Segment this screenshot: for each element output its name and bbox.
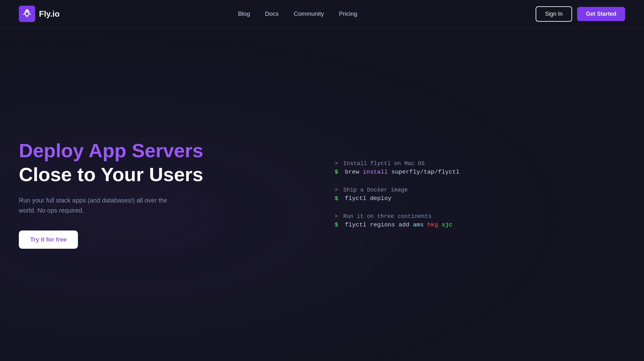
hero-left: Deploy App Servers Close to Your Users R… bbox=[19, 140, 322, 249]
logo[interactable]: Fly.io bbox=[19, 6, 60, 22]
terminal-comment-deploy: > Ship a Docker image bbox=[335, 187, 625, 193]
hero-right: > Install flyctl on Mac OS $ brew instal… bbox=[322, 160, 625, 228]
region-ams: ams bbox=[413, 221, 423, 228]
terminal-block: > Install flyctl on Mac OS $ brew instal… bbox=[335, 160, 625, 228]
arrow-icon-1: > bbox=[335, 160, 338, 167]
terminal-comment-regions: > Run it on three continents bbox=[335, 213, 625, 219]
nav-blog[interactable]: Blog bbox=[238, 10, 250, 17]
terminal-command-deploy: $ flyctl deploy bbox=[335, 195, 625, 202]
terminal-item-install: > Install flyctl on Mac OS $ brew instal… bbox=[335, 160, 625, 175]
hero-section: Deploy App Servers Close to Your Users R… bbox=[0, 28, 644, 361]
hero-title-white: Close to Your Users bbox=[19, 164, 303, 185]
arrow-icon-3: > bbox=[335, 213, 338, 219]
deploy-text: flyctl deploy bbox=[345, 195, 391, 202]
svg-point-1 bbox=[25, 12, 29, 15]
terminal-item-regions: > Run it on three continents $ flyctl re… bbox=[335, 213, 625, 228]
try-free-button[interactable]: Try it for free bbox=[19, 230, 78, 249]
fly-logo-icon bbox=[19, 6, 35, 22]
terminal-command-install: $ brew install superfly/tap/flyctl bbox=[335, 169, 625, 175]
nav-links: Blog Docs Community Pricing bbox=[238, 10, 357, 17]
region-sjc: sjc bbox=[438, 221, 452, 228]
hero-description: Run your full stack apps (and databases!… bbox=[19, 195, 182, 215]
dollar-sign-3: $ bbox=[335, 221, 338, 228]
nav-docs[interactable]: Docs bbox=[265, 10, 279, 17]
nav-pricing[interactable]: Pricing bbox=[339, 10, 357, 17]
install-keyword: install bbox=[363, 169, 388, 175]
get-started-button[interactable]: Get Started bbox=[577, 7, 625, 21]
logo-text: Fly.io bbox=[39, 9, 60, 19]
dollar-sign-2: $ bbox=[335, 195, 338, 202]
region-hkg: hkg bbox=[424, 221, 438, 228]
terminal-command-regions: $ flyctl regions add ams hkg sjc bbox=[335, 221, 625, 228]
regions-base-text: flyctl regions add bbox=[345, 221, 413, 228]
signin-button[interactable]: Sign In bbox=[536, 6, 572, 22]
arrow-icon-2: > bbox=[335, 187, 338, 193]
navbar: Fly.io Blog Docs Community Pricing Sign … bbox=[0, 0, 644, 28]
nav-community[interactable]: Community bbox=[294, 10, 324, 17]
superfly-path: superfly/tap/flyctl bbox=[388, 169, 460, 175]
hero-title-purple: Deploy App Servers bbox=[19, 140, 303, 161]
terminal-item-deploy: > Ship a Docker image $ flyctl deploy bbox=[335, 187, 625, 202]
navbar-actions: Sign In Get Started bbox=[536, 6, 625, 22]
dollar-sign-1: $ bbox=[335, 169, 338, 175]
brew-text: brew bbox=[345, 169, 363, 175]
terminal-comment-install: > Install flyctl on Mac OS bbox=[335, 160, 625, 167]
